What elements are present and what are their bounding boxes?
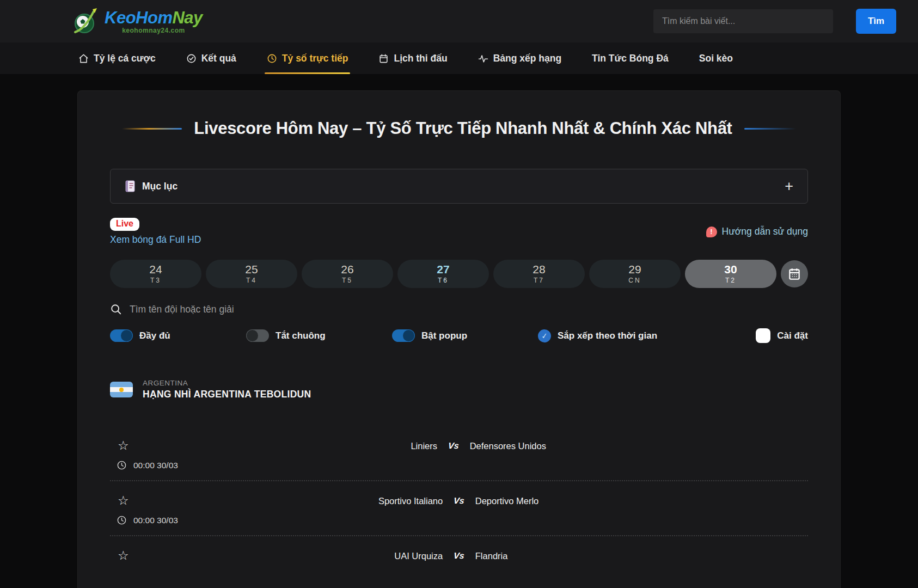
nav-label: Lịch thi đấu — [394, 53, 447, 64]
check-circle-icon — [186, 53, 197, 64]
main-nav: Tỷ lệ cá cược Kết quả Tỷ số trực tiếp Lị… — [0, 42, 918, 74]
notebook-icon — [125, 180, 136, 192]
clock-icon — [117, 515, 127, 525]
nav-label: Bảng xếp hạng — [493, 53, 561, 64]
away-team[interactable]: Flandria — [475, 551, 541, 561]
nav-label: Soi kèo — [699, 53, 733, 64]
home-team[interactable]: UAI Urquiza — [377, 551, 443, 561]
settings-control[interactable]: Cài đặt — [756, 328, 808, 343]
nav-item-standings[interactable]: Bảng xếp hạng — [476, 42, 564, 74]
sort-by-time-check[interactable]: ✓ Sắp xếp theo thời gian — [538, 329, 756, 342]
control-label: Đầy đủ — [139, 330, 170, 341]
date-day: 29 — [628, 264, 641, 275]
date-weekday: T5 — [342, 277, 353, 284]
watch-fullhd-link[interactable]: Xem bóng đá Full HD — [110, 234, 201, 246]
argentina-flag-icon — [110, 382, 133, 397]
exclamation-bubble-icon: ! — [706, 226, 717, 237]
home-icon — [78, 53, 89, 64]
search-button[interactable]: Tìm — [856, 9, 896, 34]
date-weekday: T3 — [150, 277, 161, 284]
league-header[interactable]: ARGENTINA HẠNG NHÌ ARGENTINA TEBOLIDUN — [110, 379, 808, 400]
date-day: 28 — [533, 264, 545, 275]
logo-domain: keohomnay24.com — [122, 27, 185, 34]
logo-name-part2: Nay — [172, 8, 202, 27]
match-row[interactable]: ☆ UAI Urquiza Vs Flandria — [110, 535, 808, 573]
date-weekday: T7 — [534, 277, 544, 284]
date-pill-24[interactable]: 24 T3 — [110, 260, 201, 288]
nav-item-odds[interactable]: Tỷ lệ cá cược — [76, 42, 158, 74]
toggle-switch[interactable] — [392, 329, 415, 342]
date-day: 30 — [724, 264, 737, 275]
nav-item-tips[interactable]: Soi kèo — [697, 42, 735, 74]
article-search-input[interactable] — [653, 9, 833, 33]
page-title-row: Livescore Hôm Nay – Tỷ Số Trực Tiếp Nhan… — [110, 119, 808, 138]
league-name: HẠNG NHÌ ARGENTINA TEBOLIDUN — [143, 389, 311, 400]
calendar-icon — [378, 53, 389, 64]
favorite-star-icon[interactable]: ☆ — [118, 548, 129, 562]
table-of-contents-toggle[interactable]: Mục lục + — [110, 169, 808, 204]
toggle-full-mode[interactable]: Đầy đủ — [110, 329, 246, 342]
check-circle-icon[interactable]: ✓ — [537, 328, 552, 342]
plus-icon[interactable]: + — [785, 179, 793, 194]
team-search-row — [110, 303, 808, 315]
usage-guide-link[interactable]: ! Hướng dẫn sử dụng — [706, 226, 808, 237]
control-label: Sắp xếp theo thời gian — [558, 330, 657, 341]
home-team[interactable]: Liniers — [372, 441, 437, 451]
activity-icon — [478, 53, 488, 64]
date-pill-28[interactable]: 28 T7 — [493, 260, 585, 288]
favorite-star-icon[interactable]: ☆ — [118, 438, 129, 452]
site-logo[interactable]: KeoHomNay keohomnay24.com — [71, 6, 203, 36]
toggle-switch[interactable] — [110, 329, 133, 342]
match-time: 00:00 30/03 — [133, 461, 178, 470]
nav-label: Tỷ lệ cá cược — [94, 53, 156, 64]
toggle-mute[interactable]: Tắt chuông — [246, 329, 392, 342]
team-search-input[interactable] — [130, 304, 808, 315]
nav-item-results[interactable]: Kết quả — [184, 42, 238, 74]
favorite-star-icon[interactable]: ☆ — [118, 493, 129, 507]
home-team[interactable]: Sportivo Italiano — [377, 496, 443, 506]
toggle-switch[interactable] — [246, 329, 269, 342]
vs-label: Vs — [453, 551, 464, 561]
away-team[interactable]: Defensores Unidos — [470, 441, 546, 451]
date-weekday: T4 — [246, 277, 257, 284]
guide-label: Hướng dẫn sử dụng — [722, 226, 808, 237]
match-time: 00:00 30/03 — [133, 516, 178, 525]
nav-item-livescore[interactable]: Tỷ số trực tiếp — [265, 42, 351, 74]
title-decorative-line-right — [744, 128, 796, 130]
calendar-picker-button[interactable] — [781, 260, 808, 287]
date-pill-26[interactable]: 26 T5 — [302, 260, 393, 288]
date-selector: 24 T3 25 T4 26 T5 27 T6 28 T7 29 CN 30 T… — [110, 260, 808, 288]
toggle-popup[interactable]: Bật popup — [392, 329, 538, 342]
settings-icon[interactable] — [756, 328, 770, 343]
away-team[interactable]: Deportivo Merlo — [475, 496, 541, 506]
league-country: ARGENTINA — [143, 379, 311, 387]
main-content-card: Livescore Hôm Nay – Tỷ Số Trực Tiếp Nhan… — [77, 90, 841, 588]
nav-item-news[interactable]: Tin Tức Bóng Đá — [590, 42, 671, 74]
nav-item-fixtures[interactable]: Lịch thi đấu — [376, 42, 449, 74]
controls-row: Đầy đủ Tắt chuông Bật popup ✓ Sắp xếp th… — [110, 328, 808, 343]
date-pill-25[interactable]: 25 T4 — [206, 260, 297, 288]
vs-label: Vs — [448, 441, 459, 451]
date-pill-27-today[interactable]: 27 T6 — [397, 260, 489, 288]
match-row[interactable]: ☆ Sportivo Italiano Vs Deportivo Merlo 0… — [110, 480, 808, 535]
match-row[interactable]: ☆ Liniers Vs Defensores Unidos 00:00 30/… — [110, 426, 808, 480]
vs-label: Vs — [453, 496, 464, 506]
live-badge: Live — [110, 218, 139, 231]
logo-text: KeoHomNay keohomnay24.com — [105, 9, 203, 34]
top-header: KeoHomNay keohomnay24.com Tìm — [0, 0, 918, 42]
nav-label: Tỷ số trực tiếp — [282, 53, 348, 64]
control-label: Bật popup — [421, 330, 467, 341]
live-row: Live Xem bóng đá Full HD ! Hướng dẫn sử … — [110, 218, 808, 246]
date-pill-30-selected[interactable]: 30 T2 — [685, 260, 776, 288]
date-pill-29[interactable]: 29 CN — [589, 260, 681, 288]
control-label: Tắt chuông — [276, 330, 326, 341]
date-weekday: T2 — [725, 277, 736, 284]
nav-label: Tin Tức Bóng Đá — [592, 53, 669, 64]
match-list: ☆ Liniers Vs Defensores Unidos 00:00 30/… — [110, 426, 808, 573]
calendar-icon — [787, 267, 801, 281]
date-weekday: T6 — [438, 277, 449, 284]
date-day: 24 — [149, 264, 162, 275]
control-label: Cài đặt — [777, 330, 808, 341]
soccer-ball-icon — [71, 6, 101, 36]
date-weekday: CN — [628, 277, 641, 284]
